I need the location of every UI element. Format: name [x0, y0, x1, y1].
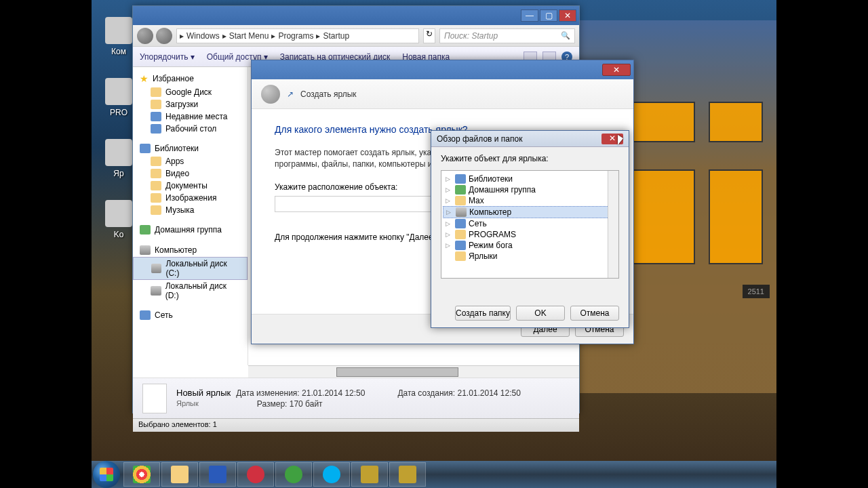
taskbar-utorrent[interactable]	[275, 462, 312, 487]
file-type: Ярлык	[176, 399, 199, 409]
sidebar-network[interactable]: Сеть	[133, 308, 248, 322]
search-input[interactable]: Поиск: Startup	[439, 28, 575, 43]
sidebar-drive-c[interactable]: Локальный диск (C:)	[133, 257, 248, 280]
explorer-navbar: ▸ Windows▸ Start Menu▸ Programs▸ Startup…	[133, 25, 579, 47]
taskbar-chrome[interactable]	[123, 462, 160, 487]
details-pane: Новый ярлык Дата изменения: 21.01.2014 1…	[133, 378, 579, 418]
browse-cancel-button[interactable]: Отмена	[570, 306, 619, 321]
browse-title: Обзор файлов и папок	[437, 134, 601, 144]
sidebar-item[interactable]: Недавние места	[133, 110, 248, 123]
tree-item[interactable]: ▷Домашняя группа	[443, 184, 617, 195]
sidebar-item[interactable]: Google Диск	[133, 86, 248, 98]
house-number: 2511	[743, 285, 770, 298]
wizard-back-button[interactable]	[261, 85, 280, 104]
organize-menu[interactable]: Упорядочить ▾	[140, 52, 195, 62]
sidebar-item[interactable]: Apps	[133, 155, 248, 167]
browse-newfolder-button[interactable]: Создать папку	[455, 306, 511, 321]
sidebar-computer-header[interactable]: Компьютер	[133, 243, 248, 257]
taskbar	[92, 461, 776, 488]
tree-item[interactable]: ▷Библиотеки	[443, 174, 617, 184]
sidebar-item[interactable]: Изображения	[133, 192, 248, 204]
minimize-button[interactable]: —	[521, 9, 538, 22]
statusbar: Выбрано элементов: 1	[133, 418, 579, 432]
browse-close-button[interactable]: ✕	[601, 134, 623, 144]
wizard-close-button[interactable]: ✕	[602, 64, 631, 76]
sidebar-homegroup[interactable]: Домашняя группа	[133, 223, 248, 237]
sidebar-libraries-header[interactable]: Библиотеки	[133, 142, 248, 155]
browse-label: Укажите объект для ярлыка:	[431, 147, 629, 167]
file-icon	[142, 384, 167, 413]
taskbar-word[interactable]	[199, 462, 236, 487]
taskbar-explorer[interactable]	[161, 462, 198, 487]
wizard-titlebar[interactable]: ✕	[252, 60, 633, 79]
horizontal-scrollbar[interactable]	[248, 365, 579, 378]
sidebar-drive-d[interactable]: Локальный диск (D:)	[133, 280, 248, 302]
browse-ok-button[interactable]: OK	[516, 306, 565, 321]
maximize-button[interactable]: ▢	[540, 9, 557, 22]
tree-item[interactable]: ▷PROGRAMS	[443, 229, 617, 240]
sidebar-item[interactable]: Видео	[133, 167, 248, 180]
sidebar-item[interactable]: Документы	[133, 180, 248, 192]
sidebar-item[interactable]: Рабочий стол	[133, 123, 248, 135]
tree-item[interactable]: ▷Max	[443, 195, 617, 206]
taskbar-app[interactable]	[351, 462, 388, 487]
sidebar-item[interactable]: Загрузки	[133, 98, 248, 110]
explorer-titlebar[interactable]: — ▢ ✕	[133, 6, 579, 25]
tree-scrollbar[interactable]	[608, 171, 618, 278]
forward-button[interactable]	[156, 28, 172, 44]
start-button[interactable]	[93, 461, 120, 488]
close-button[interactable]: ✕	[559, 9, 576, 22]
wizard-title: Создать ярлык	[300, 89, 357, 99]
back-button[interactable]	[137, 28, 153, 44]
sidebar-item[interactable]: Музыка	[133, 204, 248, 216]
file-name: Новый ярлык	[176, 388, 231, 398]
explorer-sidebar: ★Избранное Google Диск Загрузки Недавние…	[133, 67, 248, 365]
browse-titlebar[interactable]: Обзор файлов и папок ✕	[431, 131, 629, 147]
browse-dialog: Обзор файлов и папок ✕ Укажите объект дл…	[431, 130, 629, 328]
tree-item[interactable]: Ярлыки	[443, 251, 617, 262]
tree-item[interactable]: ▷Режим бога	[443, 240, 617, 251]
taskbar-opera[interactable]	[237, 462, 274, 487]
cursor-icon	[614, 135, 622, 146]
tree-item[interactable]: ▷Сеть	[443, 218, 617, 229]
taskbar-skype[interactable]	[313, 462, 350, 487]
breadcrumb[interactable]: ▸ Windows▸ Start Menu▸ Programs▸ Startup	[176, 28, 419, 43]
sidebar-favorites-header[interactable]: ★Избранное	[133, 71, 248, 86]
taskbar-app[interactable]	[389, 462, 426, 487]
browse-tree[interactable]: ▷Библиотеки ▷Домашняя группа ▷Max ▷Компь…	[441, 170, 619, 279]
tree-item-selected[interactable]: ▷Компьютер	[443, 206, 617, 218]
refresh-button[interactable]: ↻	[423, 28, 435, 43]
wizard-breadcrumb-icon: ↗	[287, 89, 294, 99]
